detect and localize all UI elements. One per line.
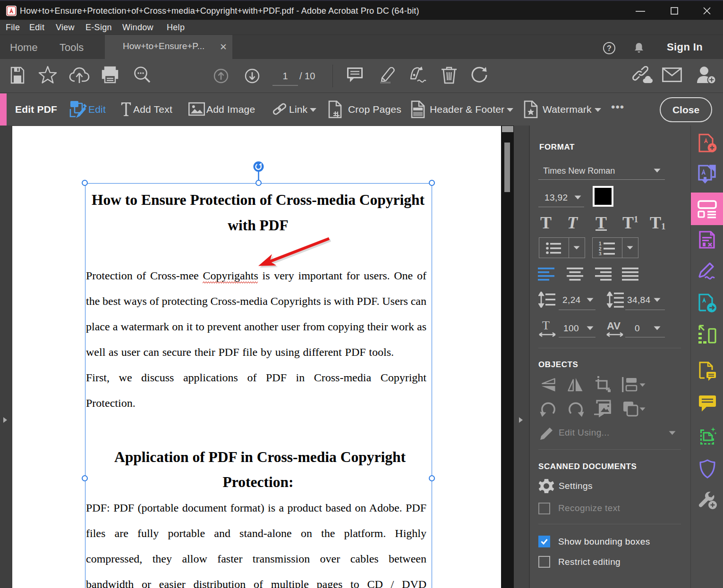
svg-text:T: T — [542, 319, 550, 332]
svg-text:?: ? — [607, 44, 612, 52]
svg-text:1: 1 — [599, 241, 602, 246]
svg-text:2: 2 — [599, 246, 602, 252]
svg-text:AV: AV — [607, 320, 621, 332]
svg-text:3: 3 — [599, 252, 602, 255]
